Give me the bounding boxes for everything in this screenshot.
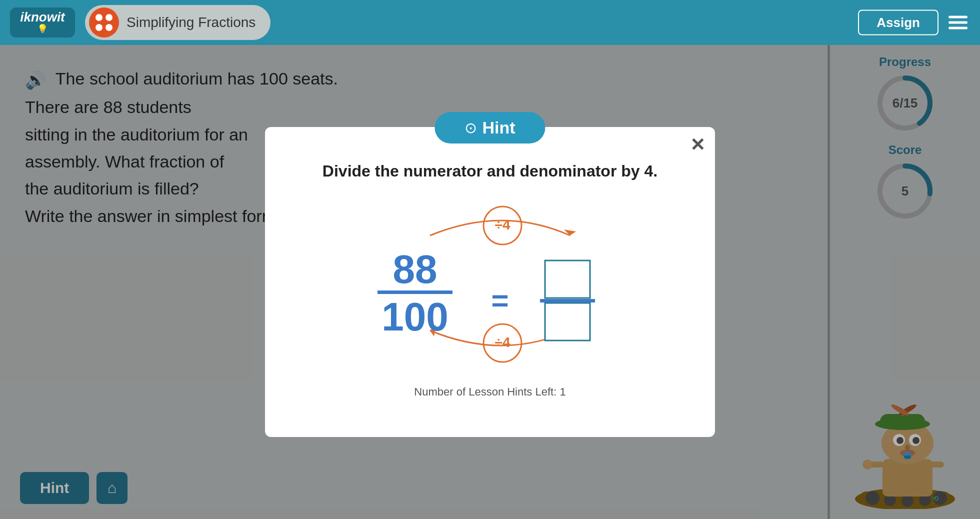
logo-box: iknowit 💡 (10, 8, 75, 38)
header-right: Assign (858, 10, 970, 36)
logo-area: iknowit 💡 (10, 8, 75, 38)
ham-line-1 (948, 16, 968, 18)
equals-text: = (491, 284, 508, 317)
main-area: 🔊 The school auditorium has 100 seats. T… (0, 45, 980, 519)
hint-instruction: Divide the numerator and denominator by … (322, 162, 658, 180)
film-dot-2 (106, 14, 112, 21)
hint-close-button[interactable]: ✕ (690, 134, 705, 156)
denominator-text: 100 (382, 294, 448, 339)
lesson-title: Simplifying Fractions (126, 14, 256, 30)
hint-modal-title: Hint (482, 118, 515, 138)
header: iknowit 💡 Simplifying Fractions Assign (0, 0, 980, 45)
fraction-diagram-svg: ÷4 ÷4 88 100 = (315, 196, 665, 370)
logo-bulb-icon: 💡 (37, 24, 48, 34)
answer-box-top (545, 260, 590, 298)
modal-overlay: ⊙ Hint ✕ Divide the numerator and denomi… (0, 45, 980, 519)
bottom-divide-text: ÷4 (495, 334, 510, 350)
fraction-bar-left (378, 290, 452, 294)
hint-title-icon: ⊙ (464, 119, 477, 136)
hint-modal-header: ⊙ Hint (434, 112, 545, 144)
numerator-text: 88 (393, 247, 438, 292)
fraction-bar-right (540, 299, 595, 302)
answer-box-bottom (545, 303, 590, 340)
film-dot-4 (106, 24, 112, 31)
hint-footer: Number of Lesson Hints Left: 1 (414, 386, 566, 398)
lesson-pill: Simplifying Fractions (85, 5, 270, 40)
ham-line-2 (948, 22, 968, 24)
top-arrowhead (564, 230, 576, 236)
hint-modal: ⊙ Hint ✕ Divide the numerator and denomi… (265, 127, 715, 437)
lesson-icon (89, 8, 119, 38)
logo-text: iknowit (20, 10, 65, 24)
hamburger-menu-button[interactable] (946, 14, 970, 32)
ham-line-3 (948, 27, 968, 30)
assign-button[interactable]: Assign (858, 10, 938, 36)
top-divide-text: ÷4 (495, 217, 510, 232)
film-dot-3 (96, 24, 102, 31)
film-reel-icon (96, 14, 112, 31)
film-dot-1 (96, 14, 102, 21)
